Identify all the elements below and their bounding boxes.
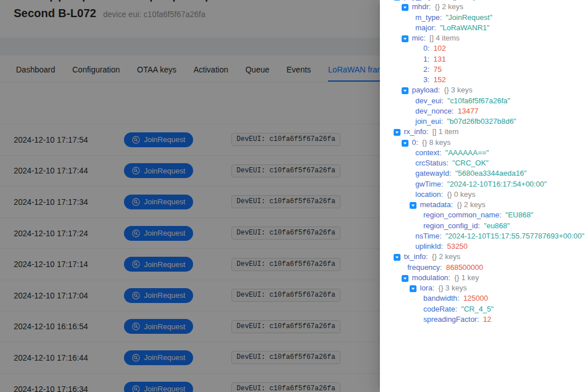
json-value: 152 [434,75,446,85]
json-key: spreadingFactor: [423,314,479,325]
json-value: 75 [434,64,442,75]
collapse-arrow-icon[interactable] [402,35,408,42]
collapse-arrow-icon[interactable] [410,201,416,208]
json-tree-row: codeRate:"CR_4_5" [380,304,585,314]
json-key: context: [415,148,442,158]
json-key: codeRate: [423,304,457,314]
json-value: "LoRaWANR1" [440,23,490,33]
json-tree-row: 2:75 [380,64,585,75]
json-key: bandwidth: [423,293,459,304]
json-tree-row: 3:152 [380,75,585,85]
chirpstack-device-page: Second B-L072 device eui: c10fa6f5f67a26… [0,0,585,392]
json-value: "5680ea3344aeda16" [455,168,527,179]
collapse-arrow-icon[interactable] [402,139,408,146]
collapse-arrow-icon[interactable] [394,253,400,260]
json-tree-row: location:{} 0 keys [380,189,585,200]
json-tree: phy_payload:{} 3 keysmhdr:{} 2 keysm_typ… [380,0,585,325]
json-key: uplinkId: [415,241,443,252]
json-value: "eu868" [484,221,510,231]
json-tree-row: 1:131 [380,54,585,64]
json-meta: {} 3 keys [438,283,467,293]
json-key: frequency: [407,262,442,273]
json-tree-row: spreadingFactor:12 [380,314,585,325]
json-key: gwTime: [415,179,443,189]
json-meta: {} 2 keys [432,252,460,262]
json-value: "AAAAAA==" [446,148,489,158]
json-tree-row: uplinkId:53250 [380,241,585,252]
json-value: 53250 [447,241,467,252]
json-tree-row: metadata:{} 2 keys [380,200,585,210]
json-tree-row: bandwidth:125000 [380,293,585,304]
json-tree-row: rx_info:[] 1 item [380,127,585,137]
json-key: region_common_name: [423,210,502,220]
collapse-arrow-icon[interactable] [402,274,408,281]
json-key: location: [415,189,443,200]
json-key: m_type: [415,13,442,23]
json-value: "2024-12-10T15:17:55.757787693+00:00" [446,231,584,241]
json-key: mic: [412,33,426,43]
json-key: nsTime: [415,231,442,241]
json-tree-row: context:"AAAAAA==" [380,148,585,158]
json-value: 102 [434,43,446,54]
json-tree-row: payload:{} 3 keys [380,85,585,95]
json-value: "b07d26fb0327b8d6" [447,116,516,127]
collapse-arrow-icon[interactable] [410,285,416,292]
json-tree-row: mic:[] 4 items [380,33,585,43]
json-value: 125000 [463,293,488,304]
json-key: 3: [423,75,430,85]
json-key: payload: [412,85,440,95]
json-key: region_config_id: [423,221,480,231]
json-tree-row: frequency:868500000 [380,262,585,273]
json-key: rx_info: [404,127,428,137]
json-key: 0: [423,43,430,54]
json-tree-row: region_common_name:"EU868" [380,210,585,220]
json-value: "2024-12-10T16:17:54+00:00" [447,179,547,189]
json-key: gatewayId: [415,168,451,179]
json-tree-row: mhdr:{} 2 keys [380,2,585,12]
json-tree-row: gwTime:"2024-12-10T16:17:54+00:00" [380,179,585,189]
json-meta: {} 3 keys [444,85,472,95]
json-tree-row: region_config_id:"eu868" [380,221,585,231]
json-key: lora: [420,283,434,293]
json-value: 868500000 [446,262,483,273]
json-value: "c10fa6f5f67a26fa" [447,96,510,106]
json-tree-row: 0:102 [380,43,585,54]
json-value: "CRC_OK" [452,158,488,168]
json-tree-row: lora:{} 3 keys [380,283,585,293]
json-meta: {} 2 keys [457,200,486,210]
json-key: 1: [423,54,430,64]
json-key: modulation: [412,273,450,283]
collapse-arrow-icon[interactable] [402,3,408,10]
json-key: major: [415,23,436,33]
json-tree-row: join_eui:"b07d26fb0327b8d6" [380,116,585,127]
json-value: 12 [483,314,491,325]
json-tree-row: dev_eui:"c10fa6f5f67a26fa" [380,96,585,106]
frame-details-drawer: phy_payload:{} 3 keysmhdr:{} 2 keysm_typ… [380,0,585,392]
json-tree-row: dev_nonce:13477 [380,106,585,116]
collapse-arrow-icon[interactable] [394,128,400,135]
json-key: mhdr: [412,2,431,12]
json-tree-row: 0:{} 8 keys [380,138,585,148]
json-meta: [] 4 items [430,33,460,43]
json-value: "JoinRequest" [446,13,492,23]
json-tree-row: modulation:{} 1 key [380,273,585,283]
json-key: crcStatus: [415,158,448,168]
json-key: dev_eui: [415,96,443,106]
json-meta: {} 0 keys [447,189,475,200]
json-tree-row: nsTime:"2024-12-10T15:17:55.757787693+00… [380,231,585,241]
json-tree-row: tx_info:{} 2 keys [380,252,585,262]
json-key: join_eui: [415,116,443,127]
json-key: 2: [423,64,430,75]
json-value: 131 [434,54,446,64]
json-value: 13477 [458,106,478,116]
json-tree-row: major:"LoRaWANR1" [380,23,585,33]
json-value: "EU868" [506,210,534,220]
json-key: dev_nonce: [415,106,454,116]
collapse-arrow-icon[interactable] [402,87,408,94]
json-key: 0: [412,138,418,148]
json-meta: {} 1 key [454,273,479,283]
json-value: "CR_4_5" [461,304,494,314]
json-key: tx_info: [404,252,428,262]
json-tree-row: m_type:"JoinRequest" [380,13,585,23]
json-key: metadata: [420,200,453,210]
